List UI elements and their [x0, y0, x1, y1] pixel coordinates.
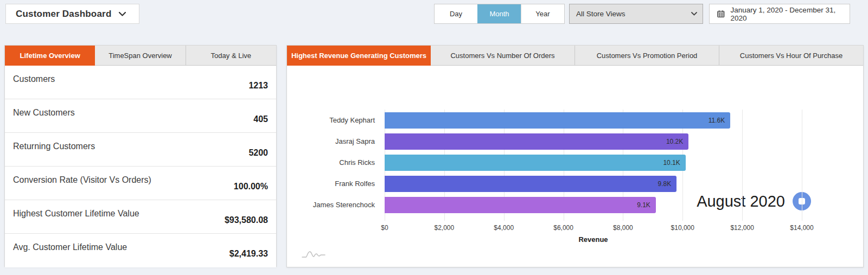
stat-value: 405 [253, 114, 268, 124]
gridline [742, 110, 743, 221]
date-range-picker[interactable]: January 1, 2020 - December 31, 2020 [709, 4, 850, 24]
stat-label: Customers [13, 74, 55, 84]
stat-row: Avg. Customer Lifetime Value$2,419.33 [5, 234, 276, 267]
dashboard-title-dropdown[interactable]: Customer Dashboard [5, 4, 139, 24]
stat-label: Returning Customers [13, 142, 95, 151]
stat-label: New Customers [13, 108, 75, 118]
x-tick-label: $6,000 [553, 224, 573, 232]
stats-rows: Customers1213New Customers405Returning C… [5, 66, 276, 267]
tab-timespan-overview[interactable]: TimeSpan Overview [95, 46, 186, 66]
stat-value: $2,419.33 [229, 249, 268, 259]
calendar-icon [717, 10, 725, 18]
stat-row: Conversion Rate (Visitor Vs Orders)100.0… [5, 167, 276, 200]
x-tick-label: $10,000 [671, 224, 694, 232]
bar-value-label: 10.2K [666, 138, 688, 145]
period-button-month[interactable]: Month [477, 4, 521, 23]
chart-frame-label: August 2020 [697, 193, 785, 210]
stat-row: Returning Customers5200 [5, 133, 276, 167]
stat-row: New Customers405 [5, 99, 276, 133]
stat-value: 1213 [248, 81, 268, 91]
stat-value: 100.00% [234, 182, 268, 191]
x-tick-label: $14,000 [790, 224, 813, 232]
period-button-year[interactable]: Year [521, 4, 564, 23]
x-tick-label: $8,000 [613, 224, 633, 232]
stat-label: Highest Customer Lifetime Value [13, 209, 139, 219]
store-views-selected-value: All Store Views [576, 10, 626, 18]
gridline [802, 110, 802, 221]
bar-value-label: 11.6K [709, 117, 730, 124]
lifetime-stats-panel: Lifetime OverviewTimeSpan OverviewToday … [4, 45, 277, 267]
chart-panel-tabs: Highest Revenue Generating CustomersCust… [287, 46, 863, 66]
revenue-chart-panel: Highest Revenue Generating CustomersCust… [286, 45, 864, 267]
stat-label: Conversion Rate (Visitor Vs Orders) [13, 175, 151, 185]
period-toggle-group: DayMonthYear [434, 4, 565, 24]
revenue-bar-chart: August 2020 $0$2,000$4,000$6,000$8,000$1… [287, 66, 863, 268]
x-tick-label: $2,000 [434, 224, 454, 232]
category-label: James Sterenchock [287, 197, 380, 213]
bar-frank-rolfes[interactable]: 9.8K [385, 176, 676, 192]
category-label: Teddy Kephart [287, 112, 380, 129]
category-label: Jasraj Sapra [287, 133, 380, 150]
bar-value-label: 9.1K [637, 201, 656, 209]
x-tick-label: $4,000 [494, 224, 514, 232]
x-tick-label: $0 [381, 224, 388, 232]
tab-lifetime-overview[interactable]: Lifetime Overview [5, 46, 95, 66]
tab-highest-revenue-generating-customers[interactable]: Highest Revenue Generating Customers [287, 46, 431, 66]
category-label: Frank Rolfes [287, 176, 380, 192]
chart-plot-area: August 2020 $0$2,000$4,000$6,000$8,000$1… [385, 110, 802, 221]
bar-value-label: 9.8K [658, 180, 677, 188]
bar-jasraj-sapra[interactable]: 10.2K [385, 133, 688, 150]
stat-value: $93,580.08 [225, 215, 268, 225]
amcharts-logo-icon[interactable] [301, 250, 326, 259]
stat-row: Customers1213 [5, 66, 276, 99]
page-title: Customer Dashboard [16, 9, 111, 20]
chart-frame-indicator: August 2020 [697, 192, 811, 210]
tab-today-live[interactable]: Today & Live [186, 46, 276, 66]
bar-james-sterenchock[interactable]: 9.1K [385, 197, 656, 213]
store-views-select[interactable]: All Store Views [569, 4, 703, 24]
bar-chris-ricks[interactable]: 10.1K [385, 155, 686, 171]
chevron-down-icon [119, 12, 126, 16]
tab-customers-vs-number-of-orders[interactable]: Customers Vs Number Of Orders [431, 46, 575, 66]
bar-teddy-kephart[interactable]: 11.6K [385, 112, 730, 129]
category-label: Chris Ricks [287, 155, 380, 171]
stat-value: 5200 [248, 148, 268, 158]
period-button-day[interactable]: Day [435, 4, 477, 23]
bar-value-label: 10.1K [663, 159, 685, 167]
date-range-value: January 1, 2020 - December 31, 2020 [731, 6, 842, 22]
x-tick-label: $12,000 [730, 224, 754, 232]
stat-row: Highest Customer Lifetime Value$93,580.0… [5, 200, 276, 234]
chevron-down-icon [691, 12, 697, 16]
stats-panel-tabs: Lifetime OverviewTimeSpan OverviewToday … [5, 46, 276, 66]
tab-customers-vs-promotion-period[interactable]: Customers Vs Promotion Period [575, 46, 719, 66]
stat-label: Avg. Customer Lifetime Value [13, 242, 127, 252]
tab-customers-vs-hour-of-purchase[interactable]: Customers Vs Hour Of Purchase [719, 46, 863, 66]
x-axis-title: Revenue [385, 235, 802, 244]
